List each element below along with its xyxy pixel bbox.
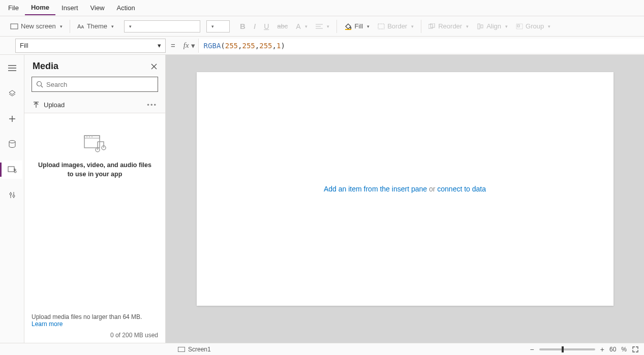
formula-bar: Fill ▾ = fx ▾ RGBA(255, 255, 255, 1) — [0, 37, 644, 55]
chevron-down-icon: ▾ — [158, 42, 161, 49]
fx-button[interactable]: fx ▾ — [180, 41, 198, 50]
group-button[interactable]: Group ▾ — [512, 20, 555, 32]
chevron-down-icon: ▾ — [60, 24, 63, 29]
connect-data-link[interactable]: connect to data — [437, 185, 486, 193]
chevron-down-icon: ▾ — [367, 24, 370, 29]
menu-view[interactable]: View — [84, 1, 111, 15]
new-screen-button[interactable]: New screen ▾ — [6, 20, 67, 32]
zoom-in-button[interactable]: + — [600, 345, 604, 353]
border-button[interactable]: Border ▾ — [374, 20, 418, 32]
status-bar: Screen1 − + 60 % — [0, 343, 644, 355]
chevron-down-icon: ▾ — [111, 24, 114, 29]
property-selector[interactable]: Fill ▾ — [15, 39, 166, 53]
svg-point-24 — [10, 193, 12, 195]
zoom-slider[interactable] — [539, 348, 595, 350]
font-size-select[interactable]: ▾ — [206, 20, 230, 33]
chevron-down-icon: ▾ — [505, 24, 508, 29]
media-panel: Media Upload ••• Upload images, v — [24, 55, 166, 343]
menu-home[interactable]: Home — [25, 1, 55, 15]
footer-message: Upload media files no larger than 64 MB. — [32, 313, 158, 320]
panel-title: Media — [33, 61, 58, 72]
font-color-button[interactable]: A▾ — [292, 20, 311, 33]
panel-footer: Upload media files no larger than 64 MB.… — [24, 308, 165, 343]
svg-rect-10 — [478, 24, 480, 29]
search-input[interactable] — [46, 81, 154, 88]
chevron-down-icon: ▾ — [211, 24, 214, 29]
upload-button[interactable]: Upload — [33, 101, 65, 109]
fill-button[interactable]: Fill ▾ — [340, 20, 374, 32]
chevron-down-icon: ▾ — [411, 24, 414, 29]
fill-label: Fill — [355, 22, 363, 30]
left-rail — [0, 55, 24, 343]
svg-rect-6 — [345, 29, 351, 30]
zoom-out-button[interactable]: − — [530, 345, 534, 353]
chevron-down-icon: ▾ — [327, 24, 329, 29]
rail-media[interactable] — [2, 160, 22, 179]
chevron-down-icon: ▾ — [305, 24, 308, 29]
chevron-down-icon: ▾ — [129, 24, 132, 29]
layers-icon — [8, 89, 16, 98]
reorder-label: Reorder — [438, 22, 462, 30]
group-icon — [516, 23, 523, 29]
fullscreen-button[interactable] — [632, 346, 639, 353]
media-icon — [8, 166, 17, 174]
formula-input[interactable]: RGBA(255, 255, 255, 1) — [198, 39, 644, 53]
menu-file[interactable]: File — [2, 1, 25, 15]
expand-icon — [632, 346, 639, 353]
upload-icon — [33, 102, 40, 109]
theme-button[interactable]: Aᴀ Theme ▾ — [73, 20, 118, 32]
fx-label: fx — [183, 41, 189, 50]
strikethrough-button[interactable]: abc — [273, 20, 292, 32]
design-canvas[interactable]: Add an item from the insert pane or conn… — [197, 72, 614, 306]
svg-point-28 — [37, 82, 42, 86]
border-label: Border — [387, 22, 407, 30]
italic-button[interactable]: I — [250, 20, 260, 33]
border-icon — [378, 23, 385, 29]
rail-advanced-tools[interactable] — [2, 186, 22, 204]
theme-icon: Aᴀ — [77, 23, 84, 30]
search-icon — [36, 81, 43, 88]
close-panel-button[interactable] — [151, 63, 157, 70]
chevron-down-icon: ▾ — [191, 41, 195, 50]
rail-hamburger[interactable] — [2, 59, 22, 77]
menu-insert[interactable]: Insert — [55, 1, 84, 15]
more-options-button[interactable]: ••• — [147, 101, 157, 109]
ribbon-toolbar: New screen ▾ Aᴀ Theme ▾ ▾ ▾ B I U abc A▾… — [0, 16, 644, 37]
menu-action[interactable]: Action — [111, 1, 141, 15]
align-button[interactable]: Align ▾ — [473, 20, 512, 32]
rail-tree-view[interactable] — [2, 84, 22, 103]
new-screen-label: New screen — [21, 22, 56, 30]
chevron-down-icon: ▾ — [548, 24, 550, 29]
reorder-button[interactable]: Reorder ▾ — [424, 20, 473, 32]
rail-insert[interactable] — [2, 110, 22, 128]
screen-name: Screen1 — [188, 346, 211, 353]
align-objects-icon — [477, 23, 484, 29]
canvas-or: or — [427, 185, 437, 193]
menu-bar: File Home Insert View Action — [0, 0, 644, 16]
paint-bucket-icon — [344, 23, 352, 30]
upload-label: Upload — [44, 101, 65, 109]
theme-label: Theme — [87, 22, 107, 30]
svg-point-25 — [13, 195, 15, 197]
svg-rect-13 — [517, 25, 519, 27]
align-label: Align — [486, 22, 501, 30]
learn-more-link[interactable]: Learn more — [32, 320, 158, 328]
svg-rect-7 — [378, 24, 384, 29]
svg-text:Aᴀ: Aᴀ — [77, 23, 84, 29]
svg-rect-0 — [11, 24, 18, 29]
rail-data[interactable] — [2, 135, 22, 153]
zoom-controls: − + 60 % — [530, 345, 639, 353]
svg-point-21 — [14, 171, 16, 173]
main-body: Media Upload ••• Upload images, v — [0, 55, 644, 343]
search-box[interactable] — [32, 77, 158, 92]
text-align-button[interactable]: ▾ — [312, 21, 333, 31]
canvas-area: Add an item from the insert pane or conn… — [166, 55, 644, 343]
storage-usage: 0 of 200 MB used — [32, 332, 158, 339]
underline-button[interactable]: U — [260, 20, 273, 33]
screen-indicator[interactable]: Screen1 — [178, 346, 211, 353]
align-icon — [316, 23, 323, 29]
svg-point-19 — [9, 141, 15, 143]
font-family-select[interactable]: ▾ — [124, 20, 200, 33]
bold-button[interactable]: B — [236, 20, 250, 33]
insert-pane-link[interactable]: Add an item from the insert pane — [324, 185, 427, 193]
